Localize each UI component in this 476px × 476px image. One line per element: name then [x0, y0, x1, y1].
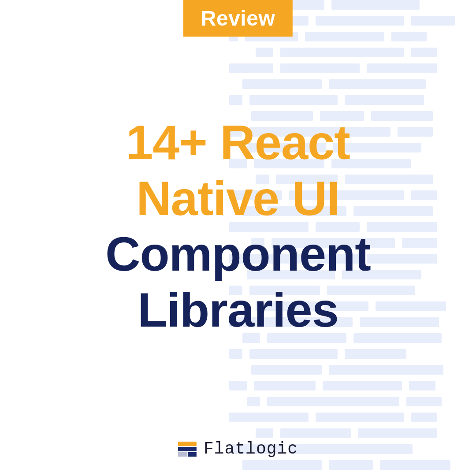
title-line-4: Libraries: [44, 282, 432, 338]
title-line-3: Component: [44, 226, 432, 282]
flatlogic-icon: [178, 442, 197, 457]
brand-name: Flatlogic: [204, 439, 298, 458]
title-line-2: Native UI: [44, 171, 432, 227]
article-title: 14+ React Native UI Component Libraries: [44, 115, 432, 338]
title-line-1: 14+ React: [44, 115, 432, 171]
badge-label: Review: [201, 7, 275, 30]
brand-logo: Flatlogic: [178, 439, 298, 458]
category-badge: Review: [183, 0, 293, 37]
